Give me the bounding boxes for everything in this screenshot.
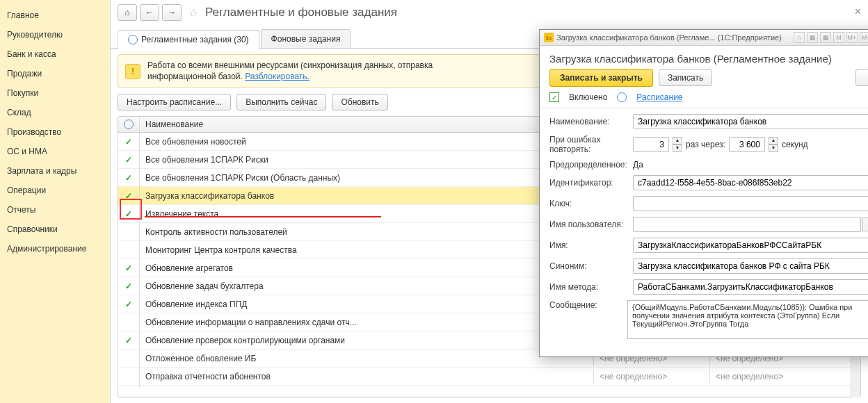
row-name: Все обновления 1СПАРК Риски (Область дан… xyxy=(140,170,594,186)
label: Синоним: xyxy=(549,261,627,271)
retry-count-field[interactable] xyxy=(633,137,669,152)
check-icon: ✓ xyxy=(125,336,132,345)
message-box[interactable]: {ОбщийМодуль.РаботаСБанками.Модуль(1085)… xyxy=(627,300,868,339)
label: Наименование: xyxy=(549,117,627,126)
sidebar: Главное Руководителю Банк и касса Продаж… xyxy=(0,0,111,403)
id-field[interactable] xyxy=(633,175,868,190)
row-name: Загрузка классификатора банков xyxy=(140,188,594,204)
label: Предопределенное: xyxy=(549,160,627,170)
forward-button[interactable]: → xyxy=(162,4,182,21)
label: Ключ: xyxy=(549,199,627,208)
row-name: Обновление информации о направлениях сда… xyxy=(140,315,594,330)
tab-label: Регламентные задания (30) xyxy=(141,35,249,44)
spin-up[interactable]: ▲ xyxy=(673,137,682,145)
sidebar-item[interactable]: Отчеты xyxy=(0,200,110,220)
clock-icon xyxy=(617,92,627,102)
user-field[interactable] xyxy=(633,217,861,232)
dropdown-icon[interactable]: ▾ xyxy=(862,217,868,231)
tool-icon[interactable]: ▦ xyxy=(807,32,818,43)
sidebar-item[interactable]: Склад xyxy=(0,103,110,122)
label: Идентификатор: xyxy=(549,178,627,188)
mem-mplus[interactable]: M+ xyxy=(846,32,858,43)
iname-field[interactable] xyxy=(633,238,868,253)
unlock-link[interactable]: Разблокировать. xyxy=(245,72,310,81)
check-icon: ✓ xyxy=(125,173,132,183)
method-field[interactable] xyxy=(633,279,868,295)
app-logo-icon: 1c xyxy=(544,33,554,42)
favorite-icon[interactable]: ☆ xyxy=(188,6,198,19)
enabled-label: Включено xyxy=(569,92,607,102)
refresh-button[interactable]: Обновить xyxy=(332,94,387,110)
spin-up[interactable]: ▲ xyxy=(769,137,778,145)
save-button[interactable]: Записать xyxy=(659,69,712,86)
row-name: Отложенное обновление ИБ xyxy=(140,351,594,366)
label: Имя: xyxy=(549,240,627,250)
mem-mminus[interactable]: M- xyxy=(860,32,868,43)
close-page-button[interactable]: × xyxy=(855,6,861,18)
tool-icon[interactable]: ▦ xyxy=(820,32,831,43)
mem-m[interactable]: M xyxy=(833,32,844,43)
schedule-button[interactable]: Настроить расписание... xyxy=(118,94,231,110)
sidebar-item[interactable]: Банк и касса xyxy=(0,44,110,64)
row-name: Извлечение текста xyxy=(140,206,594,222)
window-title: Загрузка классификатора банков (Регламе.… xyxy=(556,33,782,42)
page-title: Регламентные и фоновые задания xyxy=(205,6,397,19)
tab-background[interactable]: Фоновые задания xyxy=(261,29,351,48)
main: ⌂ ← → ☆ Регламентные и фоновые задания ×… xyxy=(111,0,868,403)
row-name: Отправка отчетности абонентов xyxy=(140,369,594,384)
schedule-link[interactable]: Расписание xyxy=(636,92,682,102)
sidebar-item[interactable]: Справочники xyxy=(0,220,110,239)
key-field[interactable] xyxy=(633,196,868,211)
check-icon: ✓ xyxy=(125,281,132,291)
spin-down[interactable]: ▼ xyxy=(673,145,682,152)
label: При ошибках повторять: xyxy=(549,135,627,154)
name-field[interactable] xyxy=(633,114,868,129)
retry-sec-field[interactable] xyxy=(729,137,765,152)
globe-icon xyxy=(124,120,134,129)
row-name: Все обновления 1СПАРК Риски xyxy=(140,152,594,167)
tab-scheduled[interactable]: Регламентные задания (30) xyxy=(118,30,259,49)
sidebar-item[interactable]: Зарплата и кадры xyxy=(0,161,110,181)
row-name: Обновление проверок контролирующими орга… xyxy=(140,333,594,348)
check-icon: ✓ xyxy=(125,299,132,309)
sidebar-item[interactable]: Операции xyxy=(0,181,110,200)
row-extra: <не определено> xyxy=(710,369,860,384)
check-icon: ✓ xyxy=(125,137,132,147)
row-state: <не определено> xyxy=(594,369,710,384)
sidebar-item[interactable]: Производство xyxy=(0,122,110,142)
table-row[interactable]: Отправка отчетности абонентов<не определ… xyxy=(118,368,860,386)
check-icon: ✓ xyxy=(125,263,132,273)
predef-value: Да xyxy=(633,160,868,170)
tool-icon[interactable]: ☆ xyxy=(794,32,805,43)
sidebar-item[interactable]: Покупки xyxy=(0,83,110,103)
label: секунд xyxy=(782,140,808,149)
syn-field[interactable] xyxy=(633,258,868,274)
toolbar: ⌂ ← → ☆ Регламентные и фоновые задания × xyxy=(111,0,868,25)
check-icon: ✓ xyxy=(125,191,132,201)
home-button[interactable]: ⌂ xyxy=(118,4,137,21)
back-button[interactable]: ← xyxy=(140,4,159,21)
row-name: Мониторинг Центра контроля качества xyxy=(140,242,594,258)
label: Имя метода: xyxy=(549,282,627,292)
dialog: 1c Загрузка классификатора банков (Регла… xyxy=(539,29,868,357)
sidebar-item[interactable]: Руководителю xyxy=(0,25,110,44)
col-name[interactable]: Наименование xyxy=(140,117,594,132)
run-now-button[interactable]: Выполнить сейчас xyxy=(236,94,326,110)
help-button[interactable]: ? xyxy=(855,69,868,86)
row-name: Контроль активности пользователей xyxy=(140,224,594,240)
sidebar-item[interactable]: Администрирование xyxy=(0,239,110,258)
sidebar-item[interactable]: ОС и НМА xyxy=(0,142,110,161)
enabled-checkbox[interactable]: ✓ xyxy=(549,92,559,102)
globe-icon xyxy=(128,35,138,44)
save-close-button[interactable]: Записать и закрыть xyxy=(549,69,653,87)
spin-down[interactable]: ▼ xyxy=(769,145,778,152)
check-icon: ✓ xyxy=(125,209,132,219)
warning-icon: ! xyxy=(125,64,140,79)
row-name: Все обновления новостей xyxy=(140,134,594,149)
sidebar-item[interactable]: Продажи xyxy=(0,64,110,83)
label: Имя пользователя: xyxy=(549,220,627,229)
label: Сообщение: xyxy=(549,300,622,310)
dialog-titlebar[interactable]: 1c Загрузка классификатора банков (Регла… xyxy=(540,30,868,46)
check-icon: ✓ xyxy=(125,155,132,165)
sidebar-item[interactable]: Главное xyxy=(0,6,110,25)
